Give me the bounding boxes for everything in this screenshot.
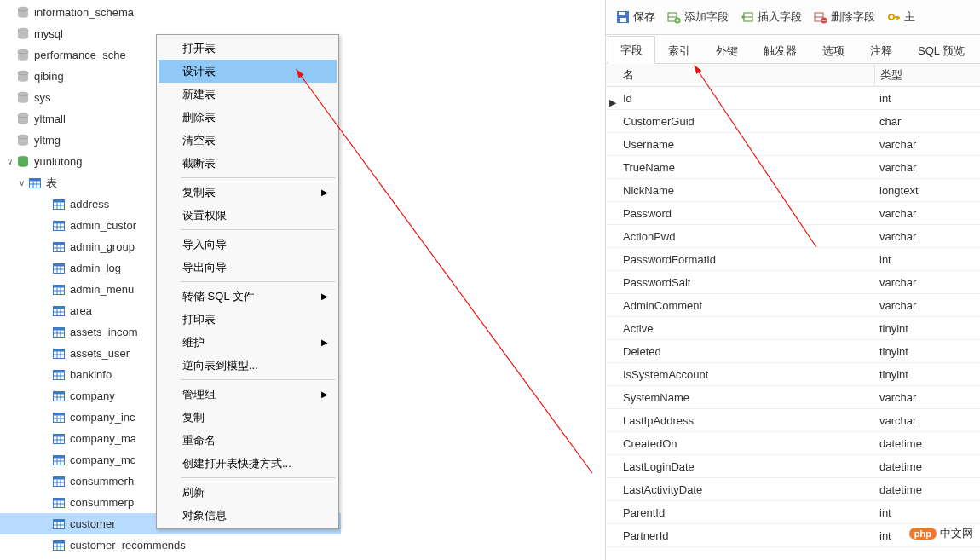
- tab[interactable]: 触发器: [751, 37, 810, 64]
- db-label: yltmall: [34, 113, 66, 125]
- menu-item[interactable]: 管理组▶: [159, 383, 337, 406]
- menu-item[interactable]: 导出向导: [159, 256, 337, 279]
- db-node[interactable]: information_schema: [0, 2, 341, 23]
- header-name[interactable]: 名: [606, 67, 874, 83]
- expand-arrow-icon[interactable]: ∨: [3, 157, 15, 166]
- menu-item[interactable]: 维护▶: [159, 331, 337, 354]
- tab[interactable]: SQL 预览: [905, 37, 977, 64]
- svg-rect-47: [54, 306, 65, 309]
- field-row[interactable]: IsSystemAccount tinyint: [606, 363, 980, 386]
- header-type[interactable]: 类型: [874, 64, 980, 86]
- delete-field-label: 删除字段: [831, 9, 875, 25]
- table-icon: [51, 474, 66, 489]
- field-row[interactable]: ActionPwd varchar: [606, 225, 980, 248]
- tab-label: 索引: [668, 44, 690, 57]
- menu-item[interactable]: 刷新: [159, 481, 337, 504]
- expand-arrow-icon[interactable]: ∨: [15, 178, 27, 188]
- field-row[interactable]: LastActivityDate datetime: [606, 478, 980, 501]
- save-button[interactable]: 保存: [611, 4, 660, 30]
- insert-field-button[interactable]: 插入字段: [735, 4, 807, 30]
- field-type: longtext: [879, 184, 919, 197]
- menu-item[interactable]: 删除表: [159, 106, 337, 129]
- table-label: admin_menu: [70, 283, 134, 296]
- columns-header: 名 类型: [606, 64, 980, 87]
- menu-item-label: 创建打开表快捷方式...: [182, 456, 291, 471]
- field-row[interactable]: LastIpAddress varchar: [606, 409, 980, 432]
- field-row[interactable]: TrueName varchar: [606, 156, 980, 179]
- field-name: LastLoginDate: [623, 460, 695, 473]
- field-type: char: [879, 115, 901, 128]
- menu-item[interactable]: 截断表: [159, 152, 337, 175]
- menu-item[interactable]: 对象信息: [159, 504, 337, 527]
- field-row[interactable]: SystemName varchar: [606, 386, 980, 409]
- database-icon: [15, 69, 31, 84]
- db-label: qibing: [34, 70, 64, 83]
- tab[interactable]: 索引: [655, 37, 703, 64]
- field-row[interactable]: AdminComment varchar: [606, 294, 980, 317]
- menu-item[interactable]: 导入向导: [159, 233, 337, 256]
- table-node[interactable]: customer_recommends: [0, 534, 341, 556]
- db-label: sys: [34, 91, 51, 104]
- svg-rect-77: [54, 434, 65, 436]
- add-field-label: 添加字段: [684, 9, 729, 25]
- tab-label: 外键: [716, 44, 738, 57]
- field-row[interactable]: Password varchar: [606, 202, 980, 225]
- field-name: LastIpAddress: [623, 414, 694, 427]
- database-icon: [15, 90, 31, 106]
- tab[interactable]: 字段: [608, 36, 655, 64]
- svg-rect-27: [54, 221, 65, 223]
- menu-separator: [181, 177, 335, 178]
- menu-item[interactable]: 复制: [159, 406, 337, 429]
- watermark: php 中文网: [909, 526, 973, 541]
- primary-key-button[interactable]: 主: [882, 4, 920, 30]
- tab[interactable]: 选项: [810, 37, 857, 64]
- field-row[interactable]: LastLoginDate datetime: [606, 455, 980, 478]
- menu-separator: [181, 477, 335, 478]
- field-row[interactable]: PasswordFormatId int: [606, 248, 980, 271]
- field-row[interactable]: ParentId int: [606, 501, 980, 524]
- field-row[interactable]: CustomerGuid char: [606, 110, 980, 133]
- table-icon: [51, 389, 66, 404]
- field-type: varchar: [879, 276, 916, 289]
- field-row[interactable]: ▶Id int: [606, 87, 980, 110]
- field-row[interactable]: PasswordSalt varchar: [606, 271, 980, 294]
- table-label: assets_incom: [70, 326, 137, 338]
- field-grid: ▶Id intCustomerGuid charUsername varchar…: [606, 87, 980, 547]
- field-type: int: [879, 506, 891, 519]
- menu-item[interactable]: 复制表▶: [159, 181, 337, 204]
- delete-field-button[interactable]: 删除字段: [809, 4, 880, 30]
- menu-item[interactable]: 设计表: [159, 60, 337, 83]
- tab[interactable]: 注释: [857, 37, 905, 64]
- field-type: tinyint: [879, 368, 908, 381]
- menu-item[interactable]: 打开表: [159, 37, 337, 60]
- menu-item[interactable]: 重命名: [159, 429, 337, 452]
- menu-item[interactable]: 清空表: [159, 129, 337, 152]
- menu-item-label: 设计表: [182, 64, 216, 79]
- svg-line-118: [297, 70, 592, 473]
- submenu-arrow-icon: ▶: [321, 338, 328, 347]
- svg-rect-72: [54, 413, 65, 415]
- field-row[interactable]: Deleted tinyint: [606, 340, 980, 363]
- field-type: varchar: [879, 138, 916, 151]
- field-name: Username: [623, 138, 674, 151]
- field-row[interactable]: NickName longtext: [606, 179, 980, 202]
- table-label: customer_recommends: [70, 539, 186, 551]
- add-field-button[interactable]: 添加字段: [662, 4, 734, 30]
- field-row[interactable]: CreatedOn datetime: [606, 432, 980, 455]
- field-name: SystemName: [623, 391, 689, 404]
- menu-item[interactable]: 创建打开表快捷方式...: [159, 452, 337, 475]
- table-icon: [51, 325, 66, 340]
- menu-item[interactable]: 设置权限: [159, 204, 337, 227]
- field-row[interactable]: Active tinyint: [606, 317, 980, 340]
- db-label: performance_sche: [34, 49, 126, 61]
- menu-item-label: 导出向导: [182, 260, 227, 275]
- menu-item-label: 复制: [182, 410, 205, 425]
- menu-item[interactable]: 新建表: [159, 83, 337, 106]
- watermark-text: 中文网: [940, 526, 973, 541]
- menu-item[interactable]: 转储 SQL 文件▶: [159, 285, 337, 308]
- table-label: consummerp: [70, 496, 134, 509]
- menu-item[interactable]: 逆向表到模型...: [159, 354, 337, 377]
- tab[interactable]: 外键: [703, 37, 751, 64]
- field-row[interactable]: Username varchar: [606, 133, 980, 156]
- menu-item[interactable]: 打印表: [159, 308, 337, 331]
